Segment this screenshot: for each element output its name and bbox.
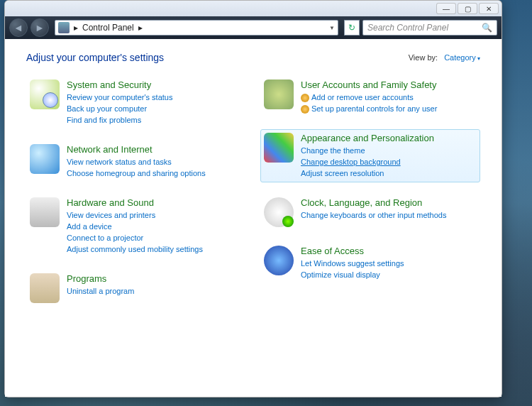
category-title[interactable]: Network and Internet bbox=[67, 144, 206, 155]
view-by: View by: Category bbox=[409, 53, 480, 62]
category-hardware-sound: Hardware and Sound View devices and prin… bbox=[26, 194, 246, 258]
search-input[interactable]: Search Control Panel 🔍 bbox=[362, 20, 497, 35]
link-change-theme[interactable]: Change the theme bbox=[301, 145, 434, 156]
link-network-status[interactable]: View network status and tasks bbox=[67, 156, 206, 168]
link-keyboards[interactable]: Change keyboards or other input methods bbox=[301, 209, 446, 221]
search-placeholder: Search Control Panel bbox=[367, 23, 448, 33]
heading-row: Adjust your computer's settings View by:… bbox=[26, 52, 480, 63]
link-add-device[interactable]: Add a device bbox=[67, 221, 203, 232]
monitor-palette-icon bbox=[264, 133, 294, 163]
maximize-button[interactable]: ▢ bbox=[458, 3, 477, 14]
right-column: User Accounts and Family Safety Add or r… bbox=[260, 76, 480, 318]
category-title[interactable]: Ease of Access bbox=[301, 246, 404, 256]
category-clock-region: Clock, Language, and Region Change keybo… bbox=[260, 194, 480, 231]
category-network-internet: Network and Internet View network status… bbox=[26, 141, 246, 182]
uac-shield-icon bbox=[301, 94, 309, 102]
breadcrumb[interactable]: Control Panel bbox=[82, 23, 134, 33]
link-projector[interactable]: Connect to a projector bbox=[67, 232, 203, 243]
titlebar: — ▢ ✕ bbox=[5, 1, 501, 16]
printer-icon bbox=[30, 197, 60, 227]
breadcrumb-sep: ▸ bbox=[138, 23, 143, 33]
left-column: System and Security Review your computer… bbox=[26, 76, 246, 318]
ease-of-access-icon bbox=[264, 246, 294, 275]
minimize-button[interactable]: — bbox=[436, 3, 456, 14]
back-button[interactable]: ◄ bbox=[9, 18, 28, 37]
viewby-dropdown[interactable]: Category bbox=[444, 53, 480, 62]
category-title[interactable]: Appearance and Personalization bbox=[301, 133, 434, 143]
control-panel-icon bbox=[58, 22, 70, 33]
link-parental-controls[interactable]: Set up parental controls for any user bbox=[301, 103, 437, 114]
link-add-remove-users[interactable]: Add or remove user accounts bbox=[301, 92, 437, 103]
category-title[interactable]: Programs bbox=[67, 273, 134, 284]
box-icon bbox=[30, 273, 60, 303]
category-system-security: System and Security Review your computer… bbox=[26, 76, 246, 129]
content-area: Adjust your computer's settings View by:… bbox=[5, 39, 501, 397]
address-dropdown[interactable]: ▼ bbox=[329, 25, 335, 31]
category-title[interactable]: Clock, Language, and Region bbox=[301, 197, 446, 208]
navbar: ◄ ► ▸ Control Panel ▸ ▼ ↻ Search Control… bbox=[5, 16, 501, 39]
category-title[interactable]: User Accounts and Family Safety bbox=[301, 79, 437, 90]
link-homegroup[interactable]: Choose homegroup and sharing options bbox=[67, 168, 206, 179]
link-optimize-display[interactable]: Optimize visual display bbox=[301, 269, 404, 280]
search-icon[interactable]: 🔍 bbox=[482, 23, 492, 33]
forward-button[interactable]: ► bbox=[31, 18, 49, 37]
shield-icon bbox=[30, 79, 60, 109]
category-ease-of-access: Ease of Access Let Windows suggest setti… bbox=[260, 242, 480, 284]
link-windows-suggest[interactable]: Let Windows suggest settings bbox=[301, 258, 404, 269]
refresh-button[interactable]: ↻ bbox=[344, 20, 360, 35]
uac-shield-icon bbox=[301, 105, 309, 114]
category-title[interactable]: Hardware and Sound bbox=[67, 197, 203, 208]
category-appearance: Appearance and Personalization Change th… bbox=[260, 129, 480, 182]
address-bar[interactable]: ▸ Control Panel ▸ ▼ bbox=[55, 20, 338, 35]
link-fix-problems[interactable]: Find and fix problems bbox=[67, 114, 172, 126]
category-programs: Programs Uninstall a program bbox=[26, 270, 246, 307]
breadcrumb-sep: ▸ bbox=[74, 23, 78, 33]
clock-globe-icon bbox=[264, 197, 294, 227]
category-user-accounts: User Accounts and Family Safety Add or r… bbox=[260, 76, 480, 118]
link-uninstall[interactable]: Uninstall a program bbox=[67, 285, 134, 297]
page-title: Adjust your computer's settings bbox=[26, 52, 164, 63]
viewby-label: View by: bbox=[409, 53, 438, 62]
category-grid: System and Security Review your computer… bbox=[26, 76, 480, 318]
control-panel-window: — ▢ ✕ ◄ ► ▸ Control Panel ▸ ▼ ↻ Search C… bbox=[4, 0, 502, 397]
link-change-desktop-background[interactable]: Change desktop background bbox=[301, 156, 434, 168]
link-mobility[interactable]: Adjust commonly used mobility settings bbox=[67, 243, 203, 255]
category-title[interactable]: System and Security bbox=[67, 79, 172, 90]
link-screen-resolution[interactable]: Adjust screen resolution bbox=[301, 168, 434, 179]
link-devices-printers[interactable]: View devices and printers bbox=[67, 209, 203, 221]
link-backup[interactable]: Back up your computer bbox=[67, 103, 172, 114]
close-button[interactable]: ✕ bbox=[479, 3, 499, 14]
people-icon bbox=[264, 79, 294, 109]
link-review-status[interactable]: Review your computer's status bbox=[67, 92, 172, 103]
globe-icon bbox=[30, 144, 60, 174]
